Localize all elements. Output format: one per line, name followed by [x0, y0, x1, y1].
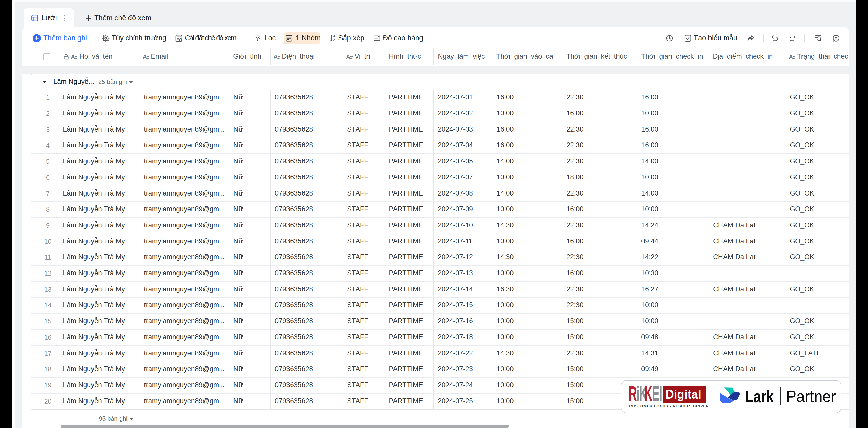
svg-text:A: A [333, 35, 335, 38]
svg-text:Z: Z [333, 38, 335, 42]
svg-text:A: A [71, 54, 75, 60]
svg-text:A: A [346, 54, 350, 60]
svg-text:A: A [143, 54, 147, 60]
svg-text:A: A [274, 54, 278, 60]
svg-text:A: A [789, 54, 793, 60]
